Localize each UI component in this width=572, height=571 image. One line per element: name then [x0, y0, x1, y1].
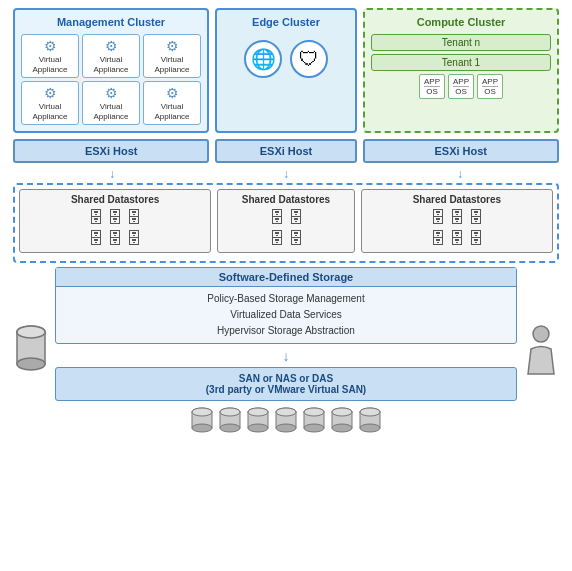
svg-point-31 [360, 408, 380, 416]
disk-4: 🗄 [88, 230, 104, 248]
san-box: SAN or NAS or DAS (3rd party or VMware V… [55, 367, 517, 401]
esxi-host-edge: ESXi Host [215, 139, 356, 163]
svg-point-32 [533, 326, 549, 342]
edge-cluster-title: Edge Cluster [223, 16, 349, 28]
datastores-row: Shared Datastores 🗄 🗄 🗄 🗄 🗄 🗄 Shared Dat… [19, 189, 553, 253]
disk-e3: 🗄 [269, 230, 285, 248]
disk-c6: 🗄 [468, 230, 484, 248]
datastore-title-1: Shared Datastores [24, 194, 206, 205]
va-box-2: ⚙ VirtualAppliance [82, 34, 140, 78]
edge-cluster: Edge Cluster 🌐 🛡 [215, 8, 357, 133]
middle-section: Software-Defined Storage Policy-Based St… [13, 267, 559, 435]
globe-icon-circle: 🌐 [244, 40, 282, 78]
esxi-arrows: ↓ ↓ ↓ [13, 167, 559, 181]
clusters-row: Management Cluster ⚙ VirtualAppliance ⚙ … [13, 8, 559, 133]
svg-point-14 [248, 424, 268, 432]
right-person [523, 267, 559, 435]
esxi-label-3: ESXi Host [434, 145, 487, 157]
va-box-3: ⚙ VirtualAppliance [143, 34, 201, 78]
disk-2: 🗄 [107, 209, 123, 227]
va-label-2: VirtualAppliance [93, 55, 128, 74]
va-icon-4: ⚙ [24, 85, 76, 101]
disk-row-1: 🗄 🗄 🗄 [24, 209, 206, 227]
disk-3: 🗄 [126, 209, 142, 227]
va-label-4: VirtualAppliance [32, 102, 67, 121]
svg-point-30 [360, 424, 380, 432]
va-icon-3: ⚙ [146, 38, 198, 54]
esxi-host-management: ESXi Host [13, 139, 209, 163]
va-icon-6: ⚙ [146, 85, 198, 101]
sds-line1: Policy-Based Storage Management [60, 291, 512, 307]
svg-point-6 [192, 424, 212, 432]
disk-e2: 🗄 [288, 209, 304, 227]
disk-6: 🗄 [126, 230, 142, 248]
svg-point-11 [220, 408, 240, 416]
sds-box: Software-Defined Storage Policy-Based St… [55, 267, 517, 344]
va-label-3: VirtualAppliance [154, 55, 189, 74]
datastores-outer: Shared Datastores 🗄 🗄 🗄 🗄 🗄 🗄 Shared Dat… [13, 183, 559, 263]
storage-arrow: ↓ [55, 348, 517, 364]
disk-c2: 🗄 [449, 209, 465, 227]
sds-line2: Virtualized Data Services [60, 307, 512, 323]
disk-row-3: 🗄 🗄 🗄 [366, 209, 548, 227]
esxi-row: ESXi Host ESXi Host ESXi Host [13, 139, 559, 163]
san-line1: SAN or NAS or DAS [61, 373, 511, 384]
va-label-5: VirtualAppliance [93, 102, 128, 121]
va-label-6: VirtualAppliance [154, 102, 189, 121]
va-box-4: ⚙ VirtualAppliance [21, 81, 79, 125]
svg-point-26 [332, 424, 352, 432]
esxi-label-1: ESXi Host [85, 145, 138, 157]
bottom-disk-5 [303, 407, 325, 435]
va-icon-2: ⚙ [85, 38, 137, 54]
disk-c5: 🗄 [449, 230, 465, 248]
app-box-3: APPOS [477, 74, 503, 99]
person-icon [526, 324, 556, 379]
va-label-1: VirtualAppliance [32, 55, 67, 74]
db-cylinder-icon [15, 324, 47, 379]
bottom-disk-3 [247, 407, 269, 435]
svg-point-22 [304, 424, 324, 432]
datastore-title-2: Shared Datastores [222, 194, 350, 205]
va-box-5: ⚙ VirtualAppliance [82, 81, 140, 125]
management-cluster-title: Management Cluster [21, 16, 201, 28]
bottom-disk-4 [275, 407, 297, 435]
disk-c4: 🗄 [430, 230, 446, 248]
sds-title: Software-Defined Storage [56, 268, 516, 287]
bottom-disks-row [55, 407, 517, 435]
va-icon-5: ⚙ [85, 85, 137, 101]
app-box-1: APPOS [419, 74, 445, 99]
svg-point-7 [192, 408, 212, 416]
bottom-disk-6 [331, 407, 353, 435]
bottom-disk-1 [191, 407, 213, 435]
svg-point-18 [276, 424, 296, 432]
disk-row-1b: 🗄 🗄 🗄 [24, 230, 206, 248]
center-storage: Software-Defined Storage Policy-Based St… [55, 267, 517, 435]
esxi-host-compute: ESXi Host [363, 139, 559, 163]
va-box-6: ⚙ VirtualAppliance [143, 81, 201, 125]
disk-row-2b: 🗄 🗄 [222, 230, 350, 248]
disk-row-3b: 🗄 🗄 🗄 [366, 230, 548, 248]
datastore-compute: Shared Datastores 🗄 🗄 🗄 🗄 🗄 🗄 [361, 189, 553, 253]
datastore-management: Shared Datastores 🗄 🗄 🗄 🗄 🗄 🗄 [19, 189, 211, 253]
globe-icon: 🌐 [251, 47, 276, 71]
shield-icon: 🛡 [299, 48, 319, 71]
bottom-disk-7 [359, 407, 381, 435]
datastore-edge: Shared Datastores 🗄 🗄 🗄 🗄 [217, 189, 355, 253]
disk-c1: 🗄 [430, 209, 446, 227]
va-grid: ⚙ VirtualAppliance ⚙ VirtualAppliance ⚙ … [21, 34, 201, 125]
app-box-2: APPOS [448, 74, 474, 99]
esxi-label-2: ESXi Host [260, 145, 313, 157]
disk-e1: 🗄 [269, 209, 285, 227]
arrow-2: ↓ [217, 167, 355, 181]
app-row: APPOS APPOS APPOS [371, 74, 551, 99]
disk-5: 🗄 [107, 230, 123, 248]
tenant-1-box: Tenant 1 [371, 54, 551, 71]
arrow-1: ↓ [13, 167, 211, 181]
svg-point-19 [276, 408, 296, 416]
shield-icon-circle: 🛡 [290, 40, 328, 78]
tenant-n-box: Tenant n [371, 34, 551, 51]
san-line2: (3rd party or VMware Virtual SAN) [61, 384, 511, 395]
sds-content: Policy-Based Storage Management Virtuali… [56, 287, 516, 343]
edge-icons: 🌐 🛡 [223, 34, 349, 84]
va-box-1: ⚙ VirtualAppliance [21, 34, 79, 78]
